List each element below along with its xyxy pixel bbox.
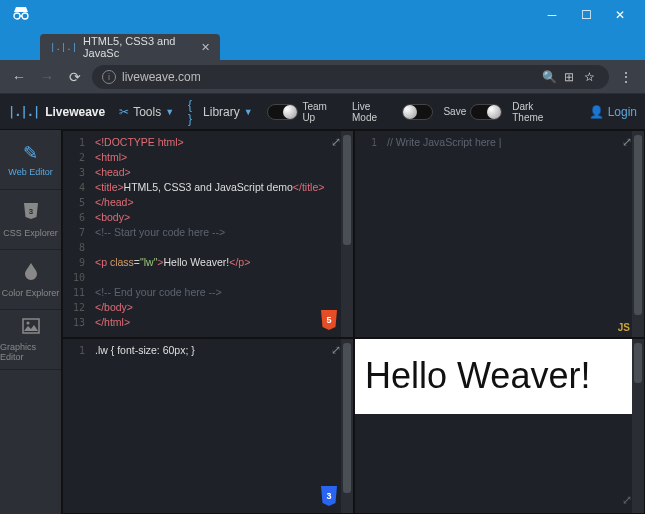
window-close-button[interactable]: ✕ (603, 5, 637, 25)
sidebar-item-color-explorer[interactable]: Color Explorer (0, 250, 61, 310)
site-info-icon[interactable]: i (102, 70, 116, 84)
toggle-save[interactable]: Save (443, 104, 502, 120)
library-icon: { } (188, 98, 199, 126)
droplet-icon (23, 262, 39, 285)
scrollbar[interactable] (632, 131, 644, 337)
sidebar-item-css-explorer[interactable]: 3 CSS Explorer (0, 190, 61, 250)
zoom-icon[interactable]: 🔍 (539, 70, 559, 84)
bookmark-star-icon[interactable]: ☆ (579, 70, 599, 84)
svg-text:5: 5 (326, 315, 331, 325)
sidebar-item-graphics-editor[interactable]: Graphics Editor (0, 310, 61, 370)
pencil-icon: ✎ (23, 142, 38, 164)
tab-close-icon[interactable]: ✕ (201, 41, 210, 54)
menu-tools[interactable]: ✂ Tools ▼ (119, 105, 174, 119)
menu-library[interactable]: { } Library ▼ (188, 98, 253, 126)
svg-text:3: 3 (28, 207, 33, 216)
html5-badge-icon: 5 (319, 309, 339, 333)
nav-forward-button[interactable]: → (36, 69, 58, 85)
sidebar-item-web-editor[interactable]: ✎ Web Editor (0, 130, 61, 190)
svg-point-4 (26, 321, 29, 324)
browser-toolbar: ← → ⟳ i liveweave.com 🔍 ⊞ ☆ ⋮ (0, 60, 645, 94)
css-icon: 3 (22, 202, 40, 225)
scrollbar[interactable] (341, 339, 353, 513)
nav-back-button[interactable]: ← (8, 69, 30, 85)
browser-tabstrip: |.|.| HTML5, CSS3 and JavaSc ✕ (0, 30, 645, 60)
scrollbar[interactable] (632, 339, 644, 513)
tab-favicon: |.|.| (50, 42, 77, 52)
js-badge-icon: JS (618, 322, 630, 333)
window-maximize-button[interactable]: ☐ (569, 5, 603, 25)
brand-icon: |.|.| (8, 105, 39, 119)
html-pane[interactable]: 12345678910111213 <!DOCTYPE html><html><… (62, 130, 354, 338)
incognito-icon (12, 6, 30, 23)
window-minimize-button[interactable]: ─ (535, 5, 569, 25)
window-titlebar: ─ ☐ ✕ (0, 0, 645, 30)
brand-logo[interactable]: |.|.| Liveweave (8, 105, 105, 119)
preview-output: Hello Weaver! (355, 339, 644, 414)
fullscreen-icon[interactable]: ⤢ (331, 343, 339, 357)
nav-reload-button[interactable]: ⟳ (64, 69, 86, 85)
toggle-teamup[interactable]: Team Up (267, 101, 342, 123)
toggle-darktheme[interactable]: Dark Theme (512, 101, 566, 123)
app-menubar: |.|.| Liveweave ✂ Tools ▼ { } Library ▼ … (0, 94, 645, 130)
fullscreen-icon[interactable]: ⤢ (331, 135, 339, 149)
user-icon: 👤 (589, 105, 604, 119)
translate-icon[interactable]: ⊞ (559, 70, 579, 84)
brand-text: Liveweave (45, 105, 105, 119)
scrollbar[interactable] (341, 131, 353, 337)
tab-title: HTML5, CSS3 and JavaSc (83, 35, 191, 59)
preview-pane: Hello Weaver! ⤢ (354, 338, 645, 514)
chevron-down-icon: ▼ (165, 107, 174, 117)
css-pane[interactable]: 1 .lw { font-size: 60px; } ⤢ 3 (62, 338, 354, 514)
chevron-down-icon: ▼ (244, 107, 253, 117)
login-button[interactable]: 👤 Login (589, 105, 637, 119)
browser-menu-button[interactable]: ⋮ (615, 69, 637, 85)
image-icon (22, 318, 40, 339)
sidebar: ✎ Web Editor 3 CSS Explorer Color Explor… (0, 130, 62, 514)
fullscreen-icon[interactable]: ⤢ (622, 493, 630, 507)
svg-text:3: 3 (326, 491, 331, 501)
browser-tab[interactable]: |.|.| HTML5, CSS3 and JavaSc ✕ (40, 34, 220, 60)
css3-badge-icon: 3 (319, 485, 339, 509)
svg-point-0 (14, 13, 20, 19)
url-text: liveweave.com (122, 70, 201, 84)
fullscreen-icon[interactable]: ⤢ (622, 135, 630, 149)
svg-point-1 (22, 13, 28, 19)
js-pane[interactable]: 1 // Write JavaScript here | ⤢ JS (354, 130, 645, 338)
toggle-livemode[interactable]: Live Mode (352, 101, 433, 123)
tools-icon: ✂ (119, 105, 129, 119)
address-bar[interactable]: i liveweave.com 🔍 ⊞ ☆ (92, 65, 609, 89)
